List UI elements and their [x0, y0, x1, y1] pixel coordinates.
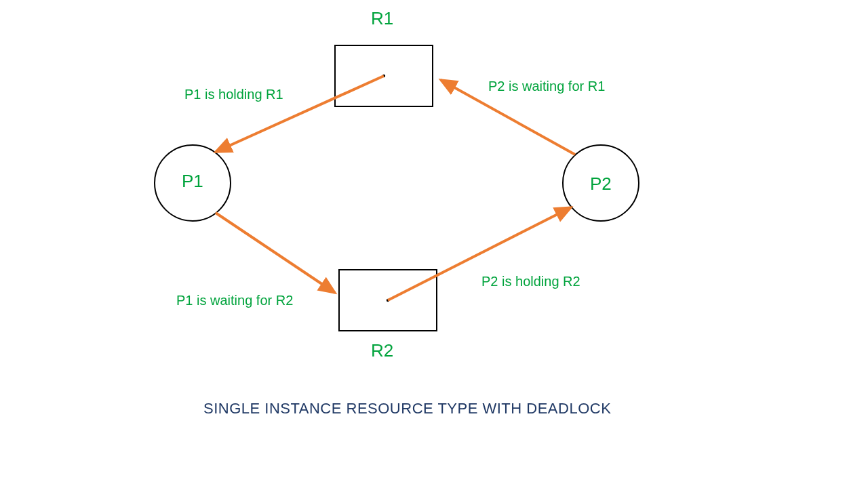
- edge-label-r2-p2: P2 is holding R2: [481, 274, 580, 289]
- resource-r1-label: R1: [371, 8, 393, 29]
- edge-p1-to-r2: [216, 213, 335, 293]
- edge-label-r1-p1: P1 is holding R1: [184, 87, 283, 102]
- diagram-title: SINGLE INSTANCE RESOURCE TYPE WITH DEADL…: [203, 400, 611, 418]
- resource-r2-label: R2: [371, 340, 393, 361]
- process-p2-label: P2: [590, 174, 612, 195]
- edge-label-p1-r2: P1 is waiting for R2: [176, 293, 293, 308]
- edge-label-p2-r1: P2 is waiting for R1: [488, 79, 605, 94]
- process-p1-label: P1: [182, 171, 203, 192]
